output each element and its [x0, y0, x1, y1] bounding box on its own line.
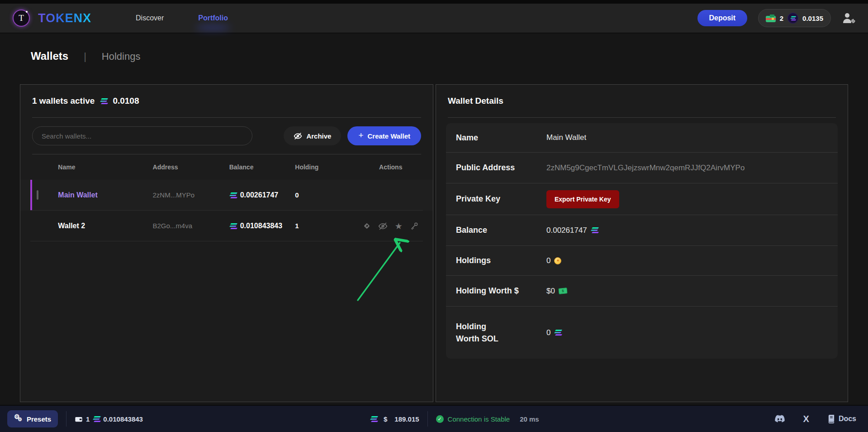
tab-separator: |	[84, 51, 86, 62]
public-address-value[interactable]: 2zNM5g9CgecTmVLGJejzswrMnw2qemRJJfQ2Airv…	[546, 163, 745, 173]
wallet-name[interactable]: Main Wallet	[58, 191, 97, 199]
eye-off-icon	[294, 132, 302, 140]
star-icon[interactable]: ★	[394, 221, 403, 231]
user-settings-icon[interactable]	[842, 12, 855, 24]
wallet-balance: 0.010843843	[240, 222, 282, 230]
x-twitter-icon[interactable]: X	[803, 414, 809, 424]
table-row-wallet-2[interactable]: Wallet 2 B2Go...m4va 0.010843843 1	[20, 211, 433, 241]
active-wallets-balance: 0.0108	[113, 96, 139, 106]
discord-icon[interactable]	[774, 415, 785, 423]
docs-link[interactable]: Docs	[827, 415, 856, 423]
create-wallet-button[interactable]: + Create Wallet	[347, 126, 421, 145]
holdings-value: 0	[546, 256, 550, 265]
detail-row-worth-sol: Holding Worth SOL 0	[446, 306, 838, 359]
eye-off-icon[interactable]	[378, 221, 388, 231]
coin-icon: ★	[554, 257, 561, 264]
statusbar-wallet-count: 1	[86, 415, 90, 423]
logo-dot	[26, 11, 28, 13]
detail-row-public-address: Public Address 2zNM5g9CgecTmVLGJejzswrMn…	[446, 152, 838, 183]
statusbar-wallet-balance: 0.010843843	[103, 415, 143, 423]
solana-icon	[93, 416, 100, 422]
divider	[66, 411, 66, 427]
statusbar-links: X Docs	[774, 414, 856, 424]
archive-label: Archive	[306, 132, 331, 140]
wallet-icon	[766, 14, 776, 22]
wallet-balance: 0.00261747	[240, 191, 279, 199]
navbar-right: Deposit 2 0.0135	[697, 9, 855, 27]
nav-discover[interactable]: Discover	[136, 14, 164, 22]
detail-row-private-key: Private Key Export Private Key	[446, 183, 838, 215]
presets-label: Presets	[27, 415, 51, 423]
detail-label: Holding Worth SOL	[456, 321, 546, 344]
wallet-count: 2	[780, 14, 783, 22]
detail-label: Holdings	[456, 256, 546, 265]
detail-label: Name	[456, 133, 546, 143]
main-nav: Discover Portfolio	[136, 14, 228, 22]
detail-label: Private Key	[456, 194, 546, 204]
solana-icon	[229, 192, 237, 198]
solana-icon	[591, 227, 598, 233]
row-checkbox[interactable]	[37, 190, 38, 200]
navbar: T TOKENX Discover Portfolio Deposit 2 0.…	[0, 4, 868, 34]
solana-icon	[790, 16, 796, 20]
worth-usd-value: $0	[546, 287, 555, 296]
create-wallet-label: Create Wallet	[368, 132, 410, 140]
deposit-button[interactable]: Deposit	[697, 10, 747, 26]
export-private-key-button[interactable]: Export Private Key	[546, 190, 619, 208]
plus-icon: +	[358, 130, 363, 140]
col-balance: Balance	[229, 163, 295, 171]
wallet-address: 2zNM...MYPo	[153, 191, 195, 199]
row-actions: ★	[349, 221, 433, 231]
tab-wallets[interactable]: Wallets	[31, 50, 68, 62]
wallets-summary-row: 1 wallets active 0.0108	[20, 85, 433, 117]
active-wallets-summary: 1 wallets active	[32, 96, 95, 106]
divider	[32, 117, 421, 118]
docs-label: Docs	[839, 415, 856, 423]
col-address: Address	[153, 163, 229, 171]
solana-icon	[100, 98, 107, 104]
cash-icon: $	[558, 288, 567, 294]
check-icon: ✓	[436, 415, 444, 423]
app-logo[interactable]: T	[13, 10, 30, 27]
gears-icon: ⚙⚙	[14, 414, 23, 423]
send-diamond-icon[interactable]	[362, 221, 372, 231]
worth-sol-value: 0	[546, 328, 550, 337]
nav-portfolio-label: Portfolio	[198, 14, 228, 22]
wallets-toolbar: Archive + Create Wallet	[32, 126, 421, 145]
divider	[427, 411, 428, 427]
search-input[interactable]	[32, 126, 252, 145]
col-actions: Actions	[349, 163, 433, 171]
wallet-name[interactable]: Wallet 2	[58, 222, 85, 230]
col-name: Name	[58, 163, 152, 171]
latency-value: 20 ms	[520, 415, 539, 423]
col-holding: Holding	[295, 163, 348, 171]
wallet-name-value: Main Wallet	[546, 133, 586, 142]
table-row-main-wallet[interactable]: Main Wallet 2zNM...MYPo 0.00261747 0	[20, 180, 433, 211]
nav-portfolio[interactable]: Portfolio	[198, 14, 228, 22]
wallet-balance-pill[interactable]: 2 0.0135	[758, 9, 831, 27]
tab-holdings[interactable]: Holdings	[102, 51, 141, 62]
key-icon[interactable]	[410, 221, 419, 231]
detail-row-name: Name Main Wallet	[446, 123, 838, 152]
archive-button[interactable]: Archive	[284, 126, 341, 145]
wallet-holding: 1	[295, 222, 299, 230]
sol-price-group: $ 189.015	[370, 415, 419, 423]
currency-symbol: $	[384, 415, 387, 423]
presets-button[interactable]: ⚙⚙ Presets	[7, 410, 58, 427]
active-nav-glow	[195, 26, 231, 29]
detail-label: Public Address	[456, 163, 546, 173]
detail-row-balance: Balance 0.00261747	[446, 215, 838, 245]
wallet-holding: 0	[295, 191, 299, 199]
wallet-table-header: Name Address Balance Holding Actions	[20, 154, 433, 180]
details-title: Wallet Details	[448, 96, 503, 106]
detail-label: Holding Worth $	[456, 286, 546, 296]
logo-letter: T	[19, 13, 24, 23]
active-wallet-summary: 1 0.010843843	[75, 415, 143, 423]
wallet-address: B2Go...m4va	[153, 222, 193, 230]
solana-icon	[229, 223, 237, 229]
wallet-flat-icon	[75, 416, 83, 422]
detail-row-holdings: Holdings 0 ★	[446, 245, 838, 275]
brand-name: TOKENX	[38, 11, 91, 25]
window-top-strip	[0, 0, 868, 4]
connection-status: ✓ Connection is Stable 20 ms	[436, 415, 539, 423]
